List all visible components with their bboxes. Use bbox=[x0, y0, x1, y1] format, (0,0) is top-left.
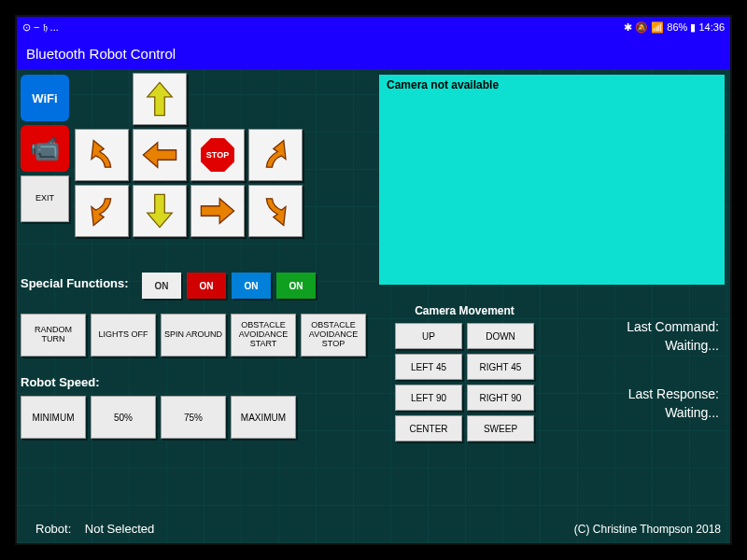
cam-right45-button[interactable]: RIGHT 45 bbox=[467, 354, 534, 380]
toggle-4[interactable]: ON bbox=[276, 273, 316, 299]
cam-down-button[interactable]: DOWN bbox=[467, 323, 534, 349]
turn-left-back-button[interactable] bbox=[75, 129, 129, 181]
robot-value: Not Selected bbox=[85, 522, 154, 536]
left-down-button[interactable] bbox=[75, 185, 129, 237]
camera-preview: Camera not available bbox=[379, 75, 725, 285]
speed-75-button[interactable]: 75% bbox=[161, 396, 226, 439]
record-button[interactable]: 📹 bbox=[21, 125, 69, 172]
robot-speed-title: Robot Speed: bbox=[21, 375, 100, 389]
speed-50-button[interactable]: 50% bbox=[91, 396, 156, 439]
last-command-label: Last Command: bbox=[627, 319, 719, 334]
turn-right-back-button[interactable] bbox=[248, 129, 303, 181]
direction-pad: STOP bbox=[75, 73, 303, 237]
obstacle-avoid-start-button[interactable]: OBSTACLE AVOIDANCE START bbox=[231, 314, 296, 357]
copyright: (C) Christine Thompson 2018 bbox=[574, 523, 721, 536]
cam-center-button[interactable]: CENTER bbox=[395, 415, 462, 441]
status-left: ⊙ − 𝔥 ... bbox=[22, 21, 59, 34]
stop-button[interactable]: STOP bbox=[190, 129, 245, 181]
arrow-curve-right-down-icon bbox=[255, 190, 296, 231]
cam-right90-button[interactable]: RIGHT 90 bbox=[467, 385, 534, 411]
camera-movement-title: Camera Movement bbox=[415, 304, 514, 317]
arrow-curve-right-icon bbox=[255, 134, 296, 175]
arrow-up-icon bbox=[139, 78, 180, 119]
right-down-button[interactable] bbox=[248, 185, 303, 237]
app-title-bar: Bluetooth Robot Control bbox=[17, 37, 730, 69]
cam-left90-button[interactable]: LEFT 90 bbox=[395, 385, 462, 411]
left-button[interactable] bbox=[133, 129, 187, 181]
camera-icon: 📹 bbox=[30, 134, 60, 163]
arrow-curve-left-down-icon bbox=[81, 190, 122, 231]
last-response-label: Last Response: bbox=[628, 386, 719, 401]
wifi-icon: WiFi bbox=[32, 91, 57, 105]
toggle-2[interactable]: ON bbox=[187, 273, 226, 299]
arrow-left-icon bbox=[139, 134, 180, 175]
last-response-value: Waiting... bbox=[665, 405, 719, 420]
lights-off-button[interactable]: LIGHTS OFF bbox=[91, 314, 156, 357]
forward-button[interactable] bbox=[133, 73, 187, 125]
cam-sweep-button[interactable]: SWEEP bbox=[467, 415, 534, 441]
app-title: Bluetooth Robot Control bbox=[26, 46, 176, 62]
camera-status-label: Camera not available bbox=[387, 78, 499, 91]
right-button[interactable] bbox=[190, 185, 245, 237]
robot-status: Robot: Not Selected bbox=[35, 522, 154, 536]
special-functions-title: Special Functions: bbox=[21, 276, 129, 290]
obstacle-avoid-stop-button[interactable]: OBSTACLE AVOIDANCE STOP bbox=[301, 314, 366, 357]
cam-left45-button[interactable]: LEFT 45 bbox=[395, 354, 462, 380]
arrow-right-icon bbox=[197, 190, 238, 231]
camera-movement-panel: Camera Movement UP DOWN LEFT 45 RIGHT 45… bbox=[395, 304, 534, 441]
status-right: ✱ 🔕 📶 86% ▮ 14:36 bbox=[624, 21, 725, 34]
android-status-bar: ⊙ − 𝔥 ... ✱ 🔕 📶 86% ▮ 14:36 bbox=[17, 17, 730, 37]
speed-min-button[interactable]: MINIMUM bbox=[21, 396, 86, 439]
exit-button[interactable]: EXIT bbox=[21, 175, 69, 222]
arrow-down-icon bbox=[139, 190, 180, 231]
last-command-value: Waiting... bbox=[665, 338, 719, 353]
arrow-curve-left-icon bbox=[81, 134, 122, 175]
robot-label: Robot: bbox=[35, 522, 71, 536]
toggle-1[interactable]: ON bbox=[142, 273, 181, 299]
random-turn-button[interactable]: RANDOM TURN bbox=[21, 314, 86, 357]
stop-icon: STOP bbox=[201, 138, 234, 172]
back-button[interactable] bbox=[133, 185, 187, 237]
toggle-3[interactable]: ON bbox=[232, 273, 271, 299]
wifi-button[interactable]: WiFi bbox=[21, 75, 69, 121]
spin-around-button[interactable]: SPIN AROUND bbox=[161, 314, 226, 357]
cam-up-button[interactable]: UP bbox=[395, 323, 462, 349]
speed-max-button[interactable]: MAXIMUM bbox=[231, 396, 296, 439]
